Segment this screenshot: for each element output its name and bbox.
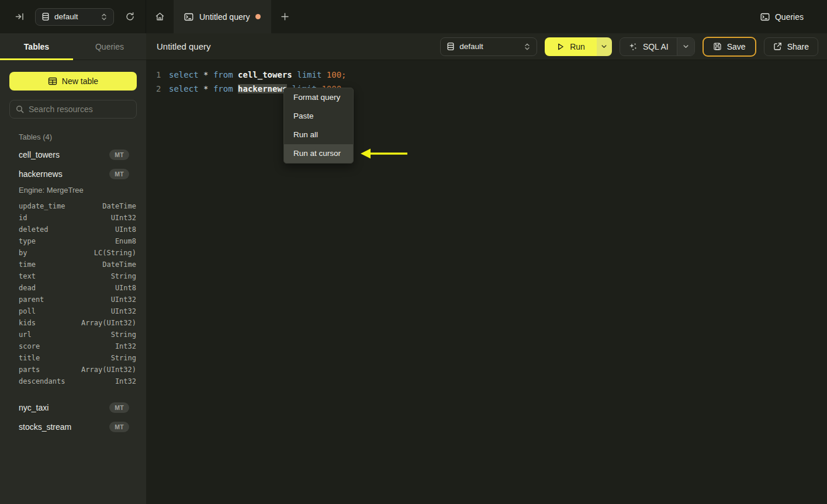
line-number: 2 [156,82,169,96]
menu-item-format-query[interactable]: Format query [284,88,353,107]
collapse-sidebar-icon[interactable] [12,9,27,25]
queries-button[interactable]: Queries [751,0,827,33]
share-icon [773,42,782,51]
schema-field-row: urlString [19,329,136,340]
schema-field-row: descendantsInt32 [19,376,136,387]
field-name: title [19,354,111,362]
share-button[interactable]: Share [764,37,818,56]
sql-ai-button[interactable]: SQL AI [620,37,695,56]
tab-untitled-query[interactable]: Untitled query [174,0,271,33]
schema-field-row: byLC(String) [19,247,136,259]
field-name: update_time [19,202,102,210]
engine-label: Engine: MergeTree [19,186,137,194]
code-line-2[interactable]: 2select * from hackernews limit 1000 [146,82,827,96]
run-button-main[interactable]: Run [545,37,597,56]
field-name: poll [19,307,111,315]
topbar-database-selector[interactable]: default [35,8,114,26]
schema-field-row: textString [19,270,136,282]
table-name: nyc_taxi [19,403,109,412]
run-button[interactable]: Run [545,37,612,56]
field-name: descendants [19,377,115,385]
field-type: Array(UInt32) [81,319,136,327]
table-row-hackernews[interactable]: hackernews MT [0,164,146,183]
engine-badge: MT [109,169,129,179]
home-icon [155,12,165,22]
schema-field-row: pollUInt32 [19,305,136,317]
menu-item-run-all[interactable]: Run all [284,126,353,144]
field-type: UInt32 [111,214,136,222]
schema-field-row: titleString [19,352,136,364]
sidebar-tab-tables[interactable]: Tables [0,33,73,60]
schema-field-row: deletedUInt8 [19,224,136,235]
field-name: parts [19,366,81,374]
table-row-cell-towers[interactable]: cell_towers MT [0,145,146,164]
save-button[interactable]: Save [703,37,756,57]
unsaved-dot [255,14,261,19]
field-name: text [19,272,111,280]
sql-keyword: from [213,70,233,79]
line-number: 1 [156,68,169,82]
tables-section-label: Tables (4) [19,133,137,141]
topbar-database-value: default [54,12,96,21]
terminal-icon [760,12,770,22]
play-icon [556,43,565,51]
table-row-nyc-taxi[interactable]: nyc_taxi MT [0,398,146,417]
run-dropdown-button[interactable] [597,37,612,56]
field-name: deleted [19,225,115,234]
sql-ai-dropdown-button[interactable] [677,38,694,55]
queries-label: Queries [775,12,804,22]
header-controls: default Run [440,37,818,57]
terminal-icon [184,12,193,22]
updown-chevron-icon [524,43,531,51]
updown-chevron-icon [101,13,108,21]
editor-context-menu: Format query Paste Run all Run at cursor [283,88,354,164]
home-button[interactable] [146,0,174,33]
header-database-selector[interactable]: default [440,37,537,56]
search-input[interactable] [29,105,130,114]
database-icon [447,42,455,51]
table-name: stocks_stream [19,422,109,432]
table-row-stocks-stream[interactable]: stocks_stream MT [0,417,146,436]
search-icon [16,105,24,113]
query-header: Untitled query default [146,33,827,60]
sql-keyword: from [213,84,233,93]
new-table-label: New table [62,77,98,86]
schema-field-row: parentUInt32 [19,294,136,305]
main-panel: Untitled query default [146,33,827,504]
menu-item-paste[interactable]: Paste [284,107,353,126]
chevron-down-icon [683,43,689,50]
field-type: UInt8 [115,284,136,292]
new-table-button[interactable]: New table [9,72,137,91]
field-name: id [19,214,111,222]
field-type: LC(String) [94,249,136,257]
menu-item-run-at-cursor[interactable]: Run at cursor [284,144,353,163]
tabstrip: Untitled query Queries [146,0,827,33]
sidebar-tab-queries[interactable]: Queries [73,33,146,60]
table-name: cell_towers [19,150,109,159]
code-line-1[interactable]: 1select * from cell_towers limit 100; [146,68,827,82]
schema-field-row: partsArray(UInt32) [19,364,136,376]
sql-table-name-selected: hackernews [238,84,287,93]
field-type: DateTime [102,202,136,210]
topbar: default Untitled query [0,0,827,33]
field-type: String [111,331,136,339]
field-type: Enum8 [115,237,136,245]
field-type: String [111,272,136,280]
run-label: Run [570,42,585,51]
sql-keyword: limit [297,70,321,79]
field-type: DateTime [102,260,136,269]
sql-ai-label: SQL AI [643,42,669,51]
sidebar: Tables Queries New table Tables (4) cell… [0,33,146,504]
sql-editor[interactable]: 1select * from cell_towers limit 100; 2s… [146,60,827,96]
sql-token: * [203,84,208,93]
share-label: Share [787,42,809,51]
active-tab-underline [0,58,73,60]
search-box[interactable] [9,100,137,119]
refresh-icon[interactable] [122,9,137,25]
field-type: UInt32 [111,296,136,304]
sql-ai-button-main[interactable]: SQL AI [620,38,677,55]
field-name: by [19,249,94,257]
new-tab-button[interactable] [271,0,299,33]
tab-label: Untitled query [199,12,250,22]
field-name: url [19,331,111,339]
